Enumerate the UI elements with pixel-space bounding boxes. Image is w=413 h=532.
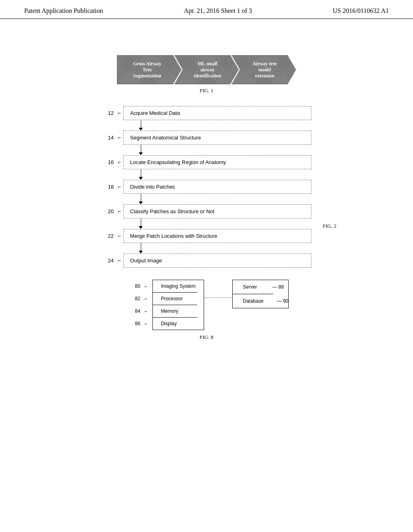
flow-tick-24: ⌐ (118, 258, 121, 264)
fig8-cell-84: Memory (153, 305, 197, 317)
flow-step-24: 24⌐Output Image (102, 254, 311, 268)
flow-box-18: Divide into Patches (123, 180, 311, 194)
fig2-caption: FIG. 2 (323, 223, 336, 229)
flow-connector-14 (102, 145, 311, 155)
fig8-item-86: 86⌐Display (153, 317, 204, 330)
flow-step-16: 16⌐Locate Encapsulating Region of Anatom… (102, 155, 311, 169)
flow-tick-20: ⌐ (118, 208, 121, 214)
flow-step-22: 22⌐Merge Patch Locations with Structure (102, 229, 311, 243)
fig8-right-num-88: — 88 (272, 284, 284, 290)
fig8-container: 80⌐Imaging System82⌐Processor84⌐Memory86… (24, 280, 389, 341)
flow-connector-22 (102, 243, 311, 254)
fig8-right-item-90: Database— 90 (233, 294, 288, 308)
fig1-arrows: Gross AirwayTreeSegmentationML smallairw… (24, 55, 389, 84)
fig8-right-item-88: Server— 88 (233, 280, 288, 294)
page-header: Patent Application Publication Apr. 21, … (0, 0, 413, 19)
flow-num-16: 16 (102, 159, 118, 165)
flow-box-24: Output Image (123, 254, 311, 268)
fig8-item-80: 80⌐Imaging System (153, 280, 204, 292)
fig8-num-86: 86 (131, 321, 143, 326)
fig8-right-num-90: — 90 (277, 298, 288, 304)
flow-step-12: 12⌐Acquire Medical Data (102, 106, 311, 120)
flow-step-20: 20⌐Classify Patches as Structure or Not (102, 204, 311, 218)
fig8-tick-82: ⌐ (145, 296, 147, 301)
flow-step-18: 18⌐Divide into Patches (102, 180, 311, 194)
fig8-num-80: 80 (131, 283, 143, 289)
fig8-right-system: Server— 88Database— 90 (232, 280, 289, 308)
fig1-arrow-1: Gross AirwayTreeSegmentation (117, 55, 181, 84)
fig8-caption: FIG. 8 (124, 334, 289, 341)
flow-tick-22: ⌐ (118, 233, 121, 239)
fig8-item-82: 82⌐Processor (153, 292, 204, 305)
flow-tick-12: ⌐ (118, 110, 121, 116)
flow-connector-16 (102, 169, 311, 180)
flow-connector-20 (102, 218, 311, 229)
flow-step-14: 14⌐Segment Anatomical Structure (102, 131, 311, 145)
flow-box-14: Segment Anatomical Structure (123, 131, 311, 145)
fig8-left-system: 80⌐Imaging System82⌐Processor84⌐Memory86… (152, 280, 204, 330)
flow-tick-18: ⌐ (118, 184, 121, 190)
flow-connector-12 (102, 120, 311, 131)
fig8-cell-82: Processor (153, 292, 197, 305)
fig2-diagram: 12⌐Acquire Medical Data14⌐Segment Anatom… (102, 106, 311, 268)
flow-num-12: 12 (102, 110, 118, 116)
fig8-cell-80: Imaging System (153, 280, 204, 292)
flow-tick-16: ⌐ (118, 159, 121, 165)
flow-connector-18 (102, 194, 311, 204)
flow-box-12: Acquire Medical Data (123, 106, 311, 120)
flow-num-22: 22 (102, 233, 118, 239)
fig8-num-84: 84 (131, 308, 143, 314)
fig8-tick-86: ⌐ (145, 321, 147, 326)
flow-box-22: Merge Patch Locations with Structure (123, 229, 311, 243)
flow-num-24: 24 (102, 258, 118, 264)
fig1-arrow-3: Airway treemodelextension (232, 55, 296, 84)
flow-num-20: 20 (102, 208, 118, 214)
fig2-wrapper: 12⌐Acquire Medical Data14⌐Segment Anatom… (24, 106, 389, 268)
fig1-arrow-2: ML smallairwayidentification (174, 55, 239, 84)
fig8-right-cell-88: Server (233, 280, 269, 294)
fig8-right-cell-90: Database (233, 294, 273, 308)
flow-tick-14: ⌐ (118, 135, 121, 141)
header-center: Apr. 21, 2016 Sheet 1 of 3 (184, 7, 252, 15)
fig1-caption: FIG. 1 (24, 87, 389, 94)
flow-box-16: Locate Encapsulating Region of Anatomy (123, 155, 311, 169)
flow-num-14: 14 (102, 135, 118, 141)
fig8-tick-80: ⌐ (145, 284, 147, 289)
header-left: Patent Application Publication (24, 7, 103, 15)
fig8-connector (204, 297, 232, 298)
main-content: Gross AirwayTreeSegmentationML smallairw… (0, 19, 413, 357)
flow-num-18: 18 (102, 184, 118, 190)
fig8-cell-86: Display (153, 317, 197, 330)
flow-box-20: Classify Patches as Structure or Not (123, 204, 311, 218)
fig8-inner: 80⌐Imaging System82⌐Processor84⌐Memory86… (152, 280, 289, 330)
fig8-tick-84: ⌐ (145, 309, 147, 314)
fig8-num-82: 82 (131, 296, 143, 301)
fig8-diagram: 80⌐Imaging System82⌐Processor84⌐Memory86… (124, 280, 289, 341)
header-right: US 2016/0110632 A1 (333, 7, 389, 15)
fig8-item-84: 84⌐Memory (153, 305, 204, 317)
